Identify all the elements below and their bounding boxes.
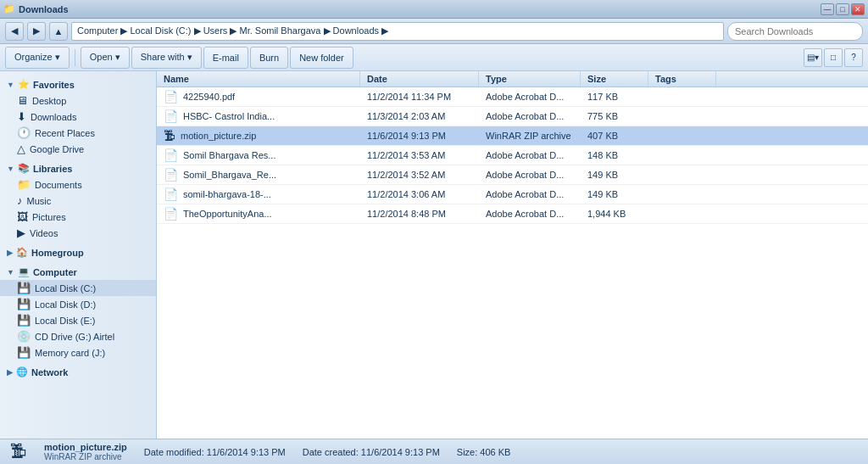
sidebar-item-local-d[interactable]: 💾 Local Disk (D:) <box>0 296 156 312</box>
file-tags <box>648 153 716 158</box>
file-date: 11/3/2014 2:03 AM <box>360 109 479 124</box>
column-tags[interactable]: Tags <box>648 71 716 87</box>
statusbar: 🗜 motion_picture.zip WinRAR ZIP archive … <box>0 439 868 464</box>
network-arrow: ▶ <box>7 368 13 377</box>
sidebar-item-cd-drive[interactable]: 💿 CD Drive (G:) Airtel <box>0 328 156 344</box>
computer-icon: 💻 <box>18 266 30 277</box>
network-icon: 🌐 <box>16 366 28 377</box>
file-type: Adobe Acrobat D... <box>479 148 581 163</box>
libraries-arrow: ▼ <box>7 165 14 173</box>
file-size: 117 KB <box>581 89 648 104</box>
computer-section: ▼ 💻 Computer 💾 Local Disk (C:) 💾 Local D… <box>0 264 156 361</box>
statusbar-meta-block: Date modified: 11/6/2014 9:13 PM Date cr… <box>144 447 511 457</box>
minimize-button[interactable]: — <box>821 3 834 15</box>
sidebar-item-desktop[interactable]: 🖥 Desktop <box>0 92 156 109</box>
column-date[interactable]: Date <box>360 71 479 87</box>
sidebar-item-downloads[interactable]: ⬇ Downloads <box>0 109 156 125</box>
libraries-header[interactable]: ▼ 📚 Libraries <box>0 160 156 176</box>
up-button[interactable]: ▲ <box>49 22 68 41</box>
share-with-button[interactable]: Share with ▾ <box>131 47 202 69</box>
network-section: ▶ 🌐 Network <box>0 364 156 380</box>
view-options-button[interactable]: ▤▾ <box>804 48 822 67</box>
favorites-header[interactable]: ▼ ⭐ Favorites <box>0 76 156 92</box>
file-list: Name Date Type Size Tags 📄 4225940.pdf 1… <box>157 71 868 439</box>
table-row[interactable]: 📄 somil-bhargava-18-... 11/2/2014 3:06 A… <box>157 185 868 204</box>
file-type: Adobe Acrobat D... <box>479 89 581 104</box>
column-size[interactable]: Size <box>581 71 648 87</box>
sidebar-item-memory[interactable]: 💾 Memory card (J:) <box>0 344 156 361</box>
libraries-icon: 📚 <box>18 163 30 174</box>
videos-icon: ▶ <box>17 226 25 239</box>
homegroup-header[interactable]: ▶ 🏠 Homegroup <box>0 244 156 260</box>
titlebar: 📁 Downloads — □ ✕ <box>0 0 868 19</box>
close-button[interactable]: ✕ <box>851 3 865 15</box>
file-name-cell: 📄 HSBC- Castrol India... <box>157 107 360 126</box>
computer-header[interactable]: ▼ 💻 Computer <box>0 264 156 280</box>
libraries-section: ▼ 📚 Libraries 📁 Documents ♪ Music 🖼 Pict… <box>0 160 156 241</box>
file-rows-container: 📄 4225940.pdf 11/2/2014 11:34 PM Adobe A… <box>157 87 868 224</box>
file-name-cell: 📄 Somil Bhargava Res... <box>157 146 360 165</box>
file-name: somil-bhargava-18-... <box>183 189 271 199</box>
sidebar-item-music[interactable]: ♪ Music <box>0 193 156 209</box>
forward-button[interactable]: ▶ <box>27 22 46 41</box>
table-row[interactable]: 📄 HSBC- Castrol India... 11/3/2014 2:03 … <box>157 107 868 126</box>
column-name[interactable]: Name <box>157 71 360 87</box>
maximize-button[interactable]: □ <box>836 3 849 15</box>
homegroup-icon: 🏠 <box>16 247 28 258</box>
file-size: 407 KB <box>581 128 648 143</box>
statusbar-date-modified: Date modified: 11/6/2014 9:13 PM <box>144 447 286 457</box>
file-size: 149 KB <box>581 187 648 202</box>
file-type: Adobe Acrobat D... <box>479 167 581 182</box>
file-date: 11/2/2014 3:52 AM <box>360 167 479 182</box>
file-date: 11/6/2014 9:13 PM <box>360 128 479 143</box>
file-name-cell: 📄 somil-bhargava-18-... <box>157 185 360 204</box>
network-header[interactable]: ▶ 🌐 Network <box>0 364 156 380</box>
sidebar-item-pictures[interactable]: 🖼 Pictures <box>0 209 156 225</box>
file-tags <box>648 211 716 216</box>
sidebar-item-local-c[interactable]: 💾 Local Disk (C:) <box>0 280 156 296</box>
file-tags <box>648 172 716 177</box>
table-row[interactable]: 🗜 motion_picture.zip 11/6/2014 9:13 PM W… <box>157 126 868 146</box>
table-row[interactable]: 📄 4225940.pdf 11/2/2014 11:34 PM Adobe A… <box>157 87 868 107</box>
toolbar-separator <box>75 49 75 66</box>
file-icon: 📄 <box>164 187 178 201</box>
file-size: 1,944 KB <box>581 206 648 221</box>
table-row[interactable]: 📄 Somil Bhargava Res... 11/2/2014 3:53 A… <box>157 146 868 165</box>
help-button[interactable]: ? <box>844 48 863 67</box>
preview-button[interactable]: □ <box>824 48 843 67</box>
file-icon: 📄 <box>164 168 178 182</box>
back-button[interactable]: ◀ <box>5 22 24 41</box>
table-row[interactable]: 📄 TheOpportunityAna... 11/2/2014 8:48 PM… <box>157 204 868 224</box>
address-bar: ◀ ▶ ▲ Computer ▶ Local Disk (C:) ▶ Users… <box>0 19 868 44</box>
sidebar-item-gdrive[interactable]: △ Google Drive <box>0 141 156 157</box>
file-name: motion_picture.zip <box>181 131 256 141</box>
column-type[interactable]: Type <box>479 71 581 87</box>
local-d-icon: 💾 <box>17 298 31 310</box>
breadcrumb[interactable]: Computer ▶ Local Disk (C:) ▶ Users ▶ Mr.… <box>71 22 724 41</box>
file-list-header: Name Date Type Size Tags <box>157 71 868 87</box>
file-tags <box>648 114 716 119</box>
burn-button[interactable]: Burn <box>250 47 288 69</box>
titlebar-title: 📁 Downloads <box>3 3 69 14</box>
sidebar-item-documents[interactable]: 📁 Documents <box>0 176 156 193</box>
organize-button[interactable]: Organize ▾ <box>5 47 70 69</box>
file-name: TheOpportunityAna... <box>183 209 272 219</box>
file-type: Adobe Acrobat D... <box>479 187 581 202</box>
local-e-icon: 💾 <box>17 314 31 327</box>
sidebar-item-videos[interactable]: ▶ Videos <box>0 225 156 241</box>
file-name-cell: 📄 TheOpportunityAna... <box>157 204 360 223</box>
file-name: Somil_Bhargava_Re... <box>183 170 276 180</box>
new-folder-button[interactable]: New folder <box>290 47 353 69</box>
folder-icon: 📁 <box>3 3 15 14</box>
file-tags <box>648 192 716 197</box>
table-row[interactable]: 📄 Somil_Bhargava_Re... 11/2/2014 3:52 AM… <box>157 165 868 185</box>
sidebar-item-local-e[interactable]: 💾 Local Disk (E:) <box>0 312 156 328</box>
open-button[interactable]: Open ▾ <box>81 47 130 69</box>
statusbar-type: WinRAR ZIP archive <box>44 452 127 461</box>
file-name-cell: 📄 Somil_Bhargava_Re... <box>157 165 360 184</box>
email-button[interactable]: E-mail <box>203 47 248 69</box>
sidebar-item-recent[interactable]: 🕐 Recent Places <box>0 125 156 141</box>
file-date: 11/2/2014 11:34 PM <box>360 89 479 104</box>
search-input[interactable] <box>727 22 863 41</box>
toolbar: Organize ▾ Open ▾ Share with ▾ E-mail Bu… <box>0 44 868 71</box>
